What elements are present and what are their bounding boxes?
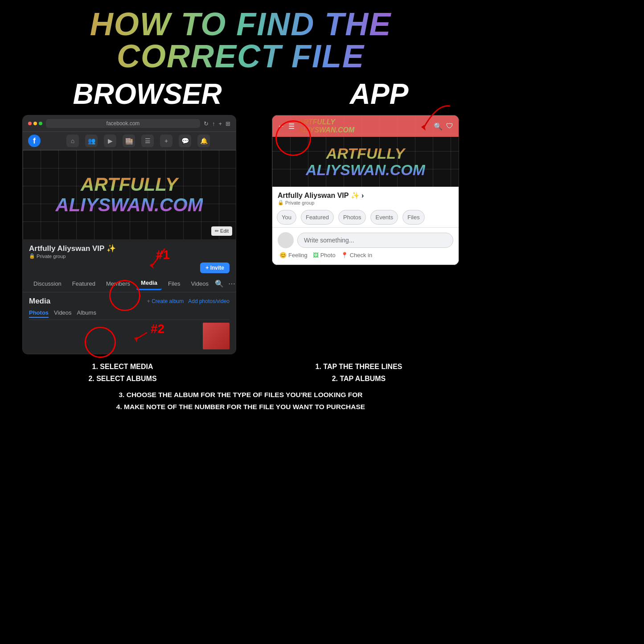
- label-1: #1: [156, 248, 170, 262]
- browser-inst-line2: 2. SELECT ALBUMS: [9, 373, 236, 385]
- app-screenshot: ← ☰ ARTFULLYALIYSWAN.COM 🔍 🛡 ARTFULLYALI…: [272, 115, 459, 265]
- group-name: Artfully Aliyswan VIP ✨: [29, 244, 230, 253]
- bell-icon: 🔔: [197, 135, 210, 147]
- app-arrow-svg: [401, 102, 455, 137]
- app-group-name: Artfully Aliyswan VIP ✨ ›: [278, 191, 453, 200]
- browser-instructions: 1. SELECT MEDIA 2. SELECT ALBUMS: [9, 361, 236, 385]
- photo-thumbnail: [203, 323, 230, 349]
- lock-icon: 🔒: [29, 253, 35, 259]
- add-photos-link[interactable]: Add photos/video: [188, 298, 230, 304]
- group-info: Artfully Aliyswan VIP ✨ 🔒 Private group: [23, 239, 236, 261]
- photo-icon: 🖼: [313, 252, 319, 258]
- refresh-icon: ↻: [204, 120, 209, 127]
- app-write-input[interactable]: Write something...: [297, 233, 453, 248]
- app-tab-you[interactable]: You: [277, 210, 296, 225]
- plus-icon: +: [218, 120, 222, 127]
- app-group-info: Artfully Aliyswan VIP ✨ › 🔒 Private grou…: [272, 187, 459, 207]
- browser-inst-line1: 1. SELECT MEDIA: [9, 361, 236, 373]
- app-tab-events[interactable]: Events: [370, 210, 398, 225]
- checkin-icon: 📍: [341, 252, 348, 258]
- app-instructions: 1. TAP THE THREE LINES 2. TAP ALBUMS: [245, 361, 472, 385]
- shared-instructions: 3. CHOOSE THE ALBUM FOR THE TYPE OF FILE…: [0, 389, 481, 417]
- lock-icon-app: 🔒: [278, 200, 284, 205]
- plus-icon2: +: [160, 135, 172, 147]
- browser-bar: facebook.com ↻ ↑ + ⊞: [23, 115, 236, 132]
- facebook-logo: f: [28, 135, 41, 147]
- shared-inst-line3: 3. CHOOSE THE ALBUM FOR THE TYPE OF FILE…: [9, 389, 472, 401]
- subtab-videos[interactable]: Videos: [54, 308, 72, 318]
- app-avatar: [278, 232, 294, 248]
- media-title: Media: [29, 297, 50, 306]
- home-icon: ⌂: [66, 135, 79, 147]
- shared-inst-line4: 4. MAKE NOTE OF THE NUMBER FOR THE FILE …: [9, 401, 472, 413]
- arrow-2: [118, 328, 149, 346]
- group-cover: ARTFULLYALIYSWAN.COM ✏ Edit: [23, 150, 236, 239]
- messenger-icon: 💬: [179, 135, 191, 147]
- group-type: 🔒 Private group: [29, 253, 230, 259]
- grid-icon: ⊞: [226, 120, 230, 127]
- feeling-icon: 😊: [279, 252, 287, 258]
- browser-url: facebook.com: [46, 119, 200, 128]
- app-tabs: You Featured Photos Events Files: [272, 207, 459, 228]
- group-tabs: Discussion Featured Members Media Files …: [23, 275, 236, 292]
- subtab-photos[interactable]: Photos: [29, 308, 49, 318]
- app-post-area: Write something... 😊 Feeling 🖼 Photo 📍 C…: [272, 228, 459, 265]
- browser-screenshot: facebook.com ↻ ↑ + ⊞ f ⌂ 👥 ▶ 🏬 ☰ + 💬 🔔: [22, 115, 236, 354]
- tab-media[interactable]: Media: [136, 277, 162, 290]
- checkin-action[interactable]: 📍 Check in: [341, 252, 373, 258]
- app-tab-featured[interactable]: Featured: [301, 210, 334, 225]
- share-icon: ↑: [212, 120, 215, 127]
- app-inst-line2: 2. TAP ALBUMS: [245, 373, 472, 385]
- app-tab-files[interactable]: Files: [402, 210, 424, 225]
- video-icon: ▶: [104, 135, 116, 147]
- instructions-row: 1. SELECT MEDIA 2. SELECT ALBUMS 1. TAP …: [0, 354, 481, 389]
- edit-button[interactable]: ✏ Edit: [211, 226, 232, 236]
- back-icon: ←: [278, 122, 285, 130]
- app-group-type: 🔒 Private group: [278, 200, 453, 205]
- more-icon[interactable]: ⋯: [228, 279, 235, 288]
- tab-featured[interactable]: Featured: [68, 278, 100, 290]
- subtab-albums[interactable]: Albums: [77, 308, 96, 318]
- media-sub-tabs: Photos Videos Albums: [29, 308, 230, 320]
- app-section-label: APP: [350, 78, 409, 111]
- svg-marker-1: [134, 337, 138, 342]
- hamburger-icon: ☰: [288, 122, 295, 131]
- facebook-header: f ⌂ 👥 ▶ 🏬 ☰ + 💬 🔔: [23, 132, 236, 150]
- browser-section-label: BROWSER: [73, 78, 222, 111]
- cover-title: ARTFULLYALIYSWAN.COM: [55, 174, 203, 215]
- tab-members[interactable]: Members: [102, 278, 135, 290]
- app-action-bar: 😊 Feeling 🖼 Photo 📍 Check in: [278, 248, 453, 260]
- main-title: HOW TO FIND THE CORRECT FILE: [0, 0, 481, 76]
- invite-button[interactable]: + Invite: [200, 263, 230, 273]
- create-album-link[interactable]: + Create album: [147, 298, 184, 304]
- marketplace-icon: 🏬: [123, 135, 135, 147]
- app-tab-photos[interactable]: Photos: [338, 210, 366, 225]
- people-icon: 👥: [85, 135, 98, 147]
- search-icon[interactable]: 🔍: [215, 279, 224, 288]
- facebook-nav: ⌂ 👥 ▶ 🏬 ☰ + 💬 🔔: [46, 135, 230, 147]
- app-cover-title: ARTFULLYALIYSWAN.COM: [306, 145, 425, 179]
- tab-videos[interactable]: Videos: [186, 278, 213, 290]
- label-2: #2: [151, 322, 164, 336]
- tab-files[interactable]: Files: [164, 278, 185, 290]
- feeling-action[interactable]: 😊 Feeling: [279, 252, 308, 258]
- menu-icon: ☰: [141, 135, 154, 147]
- tab-discussion[interactable]: Discussion: [29, 278, 66, 290]
- photo-action[interactable]: 🖼 Photo: [313, 252, 336, 258]
- app-inst-line1: 1. TAP THE THREE LINES: [245, 361, 472, 373]
